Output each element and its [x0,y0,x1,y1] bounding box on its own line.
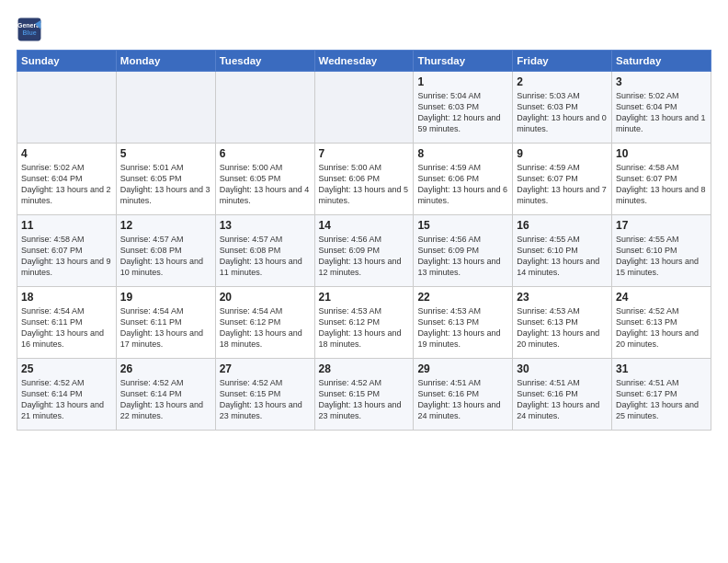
cell-details: Sunrise: 4:53 AMSunset: 6:12 PMDaylight:… [319,305,410,350]
cell-details: Sunrise: 4:52 AMSunset: 6:14 PMDaylight:… [21,377,112,422]
cell-details: Sunrise: 5:00 AMSunset: 6:06 PMDaylight:… [319,162,410,207]
cell-details: Sunrise: 5:00 AMSunset: 6:05 PMDaylight:… [220,162,311,207]
calendar-cell: 30Sunrise: 4:51 AMSunset: 6:16 PMDayligh… [513,359,612,431]
weekday-header-row: SundayMondayTuesdayWednesdayThursdayFrid… [17,51,711,72]
calendar-cell [314,72,414,144]
day-number: 19 [120,291,211,304]
calendar-cell: 28Sunrise: 4:52 AMSunset: 6:15 PMDayligh… [314,359,414,431]
cell-details: Sunrise: 4:57 AMSunset: 6:08 PMDaylight:… [220,234,311,279]
calendar-cell: 15Sunrise: 4:56 AMSunset: 6:09 PMDayligh… [414,215,513,287]
day-number: 4 [21,147,112,160]
cell-details: Sunrise: 4:51 AMSunset: 6:17 PMDaylight:… [616,377,707,422]
cell-details: Sunrise: 5:02 AMSunset: 6:04 PMDaylight:… [616,90,707,135]
week-row-5: 25Sunrise: 4:52 AMSunset: 6:14 PMDayligh… [17,359,711,431]
cell-details: Sunrise: 4:54 AMSunset: 6:11 PMDaylight:… [21,305,112,350]
calendar-page: General Blue SundayMondayTuesdayWednesda… [0,0,728,563]
cell-details: Sunrise: 4:53 AMSunset: 6:13 PMDaylight:… [417,305,508,350]
cell-details: Sunrise: 4:58 AMSunset: 6:07 PMDaylight:… [21,234,112,279]
day-number: 13 [220,219,311,232]
calendar-cell [116,72,215,144]
day-number: 25 [21,362,112,375]
calendar-cell: 19Sunrise: 4:54 AMSunset: 6:11 PMDayligh… [116,287,215,359]
header: General Blue [17,17,711,42]
calendar-cell [17,72,117,144]
day-number: 28 [319,362,410,375]
weekday-header-wednesday: Wednesday [314,51,414,72]
calendar-cell: 10Sunrise: 4:58 AMSunset: 6:07 PMDayligh… [612,144,711,215]
calendar-cell: 21Sunrise: 4:53 AMSunset: 6:12 PMDayligh… [314,287,414,359]
day-number: 2 [517,75,608,88]
cell-details: Sunrise: 4:57 AMSunset: 6:08 PMDaylight:… [120,234,211,279]
calendar-cell: 3Sunrise: 5:02 AMSunset: 6:04 PMDaylight… [612,72,711,144]
calendar-cell: 18Sunrise: 4:54 AMSunset: 6:11 PMDayligh… [17,287,117,359]
cell-details: Sunrise: 4:56 AMSunset: 6:09 PMDaylight:… [319,234,410,279]
day-number: 31 [616,362,707,375]
weekday-header-monday: Monday [116,51,215,72]
day-number: 5 [120,147,211,160]
cell-details: Sunrise: 4:53 AMSunset: 6:13 PMDaylight:… [517,305,608,350]
calendar-cell: 9Sunrise: 4:59 AMSunset: 6:07 PMDaylight… [513,144,612,215]
day-number: 17 [616,219,707,232]
day-number: 21 [319,291,410,304]
calendar-cell: 16Sunrise: 4:55 AMSunset: 6:10 PMDayligh… [513,215,612,287]
calendar-cell: 25Sunrise: 4:52 AMSunset: 6:14 PMDayligh… [17,359,117,431]
logo: General Blue [17,17,46,42]
week-row-1: 1Sunrise: 5:04 AMSunset: 6:03 PMDaylight… [17,72,711,144]
week-row-2: 4Sunrise: 5:02 AMSunset: 6:04 PMDaylight… [17,144,711,215]
day-number: 16 [517,219,608,232]
day-number: 26 [120,362,211,375]
calendar-cell: 5Sunrise: 5:01 AMSunset: 6:05 PMDaylight… [116,144,215,215]
calendar-cell: 20Sunrise: 4:54 AMSunset: 6:12 PMDayligh… [215,287,314,359]
cell-details: Sunrise: 4:59 AMSunset: 6:06 PMDaylight:… [417,162,508,207]
cell-details: Sunrise: 4:52 AMSunset: 6:15 PMDaylight:… [319,377,410,422]
day-number: 27 [220,362,311,375]
day-number: 22 [417,291,508,304]
day-number: 24 [616,291,707,304]
cell-details: Sunrise: 4:55 AMSunset: 6:10 PMDaylight:… [616,234,707,279]
day-number: 3 [616,75,707,88]
day-number: 18 [21,291,112,304]
calendar-cell: 17Sunrise: 4:55 AMSunset: 6:10 PMDayligh… [612,215,711,287]
cell-details: Sunrise: 5:02 AMSunset: 6:04 PMDaylight:… [21,162,112,207]
calendar-cell: 26Sunrise: 4:52 AMSunset: 6:14 PMDayligh… [116,359,215,431]
week-row-4: 18Sunrise: 4:54 AMSunset: 6:11 PMDayligh… [17,287,711,359]
calendar-cell: 6Sunrise: 5:00 AMSunset: 6:05 PMDaylight… [215,144,314,215]
day-number: 8 [417,147,508,160]
day-number: 30 [517,362,608,375]
calendar-cell: 27Sunrise: 4:52 AMSunset: 6:15 PMDayligh… [215,359,314,431]
day-number: 20 [220,291,311,304]
calendar-cell: 29Sunrise: 4:51 AMSunset: 6:16 PMDayligh… [414,359,513,431]
cell-details: Sunrise: 4:54 AMSunset: 6:11 PMDaylight:… [120,305,211,350]
cell-details: Sunrise: 4:58 AMSunset: 6:07 PMDaylight:… [616,162,707,207]
calendar-cell: 13Sunrise: 4:57 AMSunset: 6:08 PMDayligh… [215,215,314,287]
calendar-cell: 8Sunrise: 4:59 AMSunset: 6:06 PMDaylight… [414,144,513,215]
weekday-header-friday: Friday [513,51,612,72]
cell-details: Sunrise: 4:55 AMSunset: 6:10 PMDaylight:… [517,234,608,279]
calendar-cell: 7Sunrise: 5:00 AMSunset: 6:06 PMDaylight… [314,144,414,215]
calendar-cell: 22Sunrise: 4:53 AMSunset: 6:13 PMDayligh… [414,287,513,359]
day-number: 7 [319,147,410,160]
cell-details: Sunrise: 4:52 AMSunset: 6:14 PMDaylight:… [120,377,211,422]
calendar-cell: 11Sunrise: 4:58 AMSunset: 6:07 PMDayligh… [17,215,117,287]
day-number: 6 [220,147,311,160]
week-row-3: 11Sunrise: 4:58 AMSunset: 6:07 PMDayligh… [17,215,711,287]
calendar-cell: 24Sunrise: 4:52 AMSunset: 6:13 PMDayligh… [612,287,711,359]
day-number: 23 [517,291,608,304]
weekday-header-saturday: Saturday [612,51,711,72]
cell-details: Sunrise: 4:56 AMSunset: 6:09 PMDaylight:… [417,234,508,279]
cell-details: Sunrise: 5:01 AMSunset: 6:05 PMDaylight:… [120,162,211,207]
day-number: 10 [616,147,707,160]
logo-icon: General Blue [17,17,42,42]
day-number: 11 [21,219,112,232]
calendar-cell: 12Sunrise: 4:57 AMSunset: 6:08 PMDayligh… [116,215,215,287]
day-number: 15 [417,219,508,232]
day-number: 14 [319,219,410,232]
cell-details: Sunrise: 5:03 AMSunset: 6:03 PMDaylight:… [517,90,608,135]
cell-details: Sunrise: 5:04 AMSunset: 6:03 PMDaylight:… [417,90,508,135]
weekday-header-tuesday: Tuesday [215,51,314,72]
calendar-cell: 2Sunrise: 5:03 AMSunset: 6:03 PMDaylight… [513,72,612,144]
calendar-table: SundayMondayTuesdayWednesdayThursdayFrid… [17,50,711,431]
cell-details: Sunrise: 4:52 AMSunset: 6:13 PMDaylight:… [616,305,707,350]
calendar-cell [215,72,314,144]
calendar-cell: 4Sunrise: 5:02 AMSunset: 6:04 PMDaylight… [17,144,117,215]
